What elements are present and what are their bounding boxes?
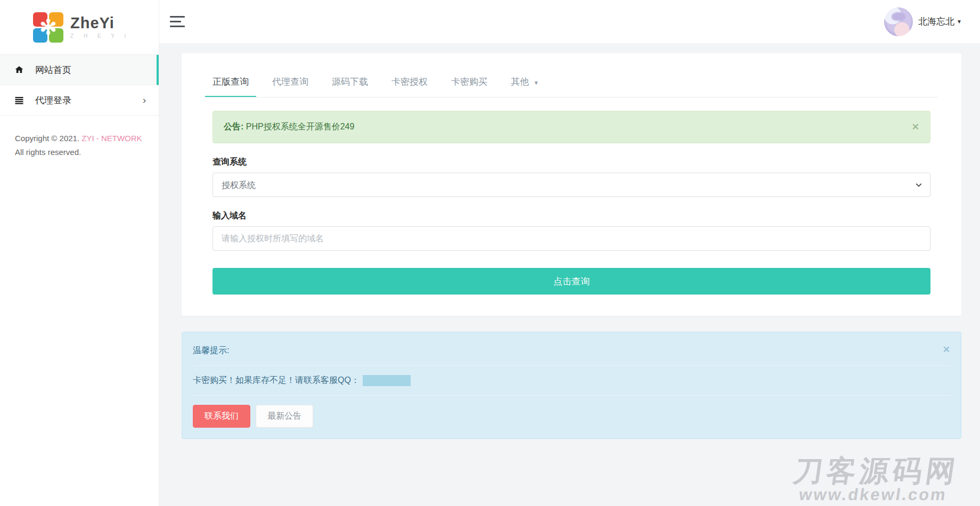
announcement-prefix: 公告: bbox=[224, 122, 243, 131]
brand-name: ZheYi bbox=[70, 15, 130, 31]
watermark: 刀客源码网 www.dkewl.com bbox=[789, 456, 961, 504]
divider bbox=[193, 365, 950, 366]
system-select-label: 查询系统 bbox=[213, 157, 930, 168]
tab-card-purchase[interactable]: 卡密购买 bbox=[444, 68, 495, 97]
star-icon: ✻ bbox=[33, 12, 63, 43]
sidebar-item-home[interactable]: 网站首页 bbox=[0, 55, 159, 85]
caret-down-icon: ▼ bbox=[957, 19, 962, 25]
notice-actions: 联系我们 最新公告 bbox=[193, 405, 950, 428]
sidebar-item-label: 代理登录 bbox=[35, 94, 71, 107]
sidebar-item-label: 网站首页 bbox=[35, 64, 71, 76]
sidebar: ✻ ZheYi Z H E Y I 网站首页 bbox=[0, 0, 159, 506]
menu-toggle-button[interactable] bbox=[170, 16, 186, 27]
sidebar-menu: 网站首页 代理登录 › bbox=[0, 54, 159, 116]
notice-body: 卡密购买！如果库存不足！请联系客服QQ： bbox=[193, 375, 950, 386]
tab-genuine-query[interactable]: 正版查询 bbox=[205, 68, 256, 97]
right-column: 北海忘北 ▼ 正版查询 代理查询 源码下载 卡密授权 卡密购买 其他 ▼ 公告:… bbox=[159, 0, 980, 506]
copyright-prefix: Copyright © 2021. bbox=[15, 134, 81, 143]
logo[interactable]: ✻ ZheYi Z H E Y I bbox=[0, 0, 159, 54]
system-select[interactable]: 授权系统 bbox=[213, 173, 930, 197]
caret-down-icon: ▼ bbox=[534, 80, 539, 86]
chevron-right-icon: › bbox=[143, 95, 146, 105]
hamburger-icon bbox=[170, 16, 185, 18]
notice-title: 温馨提示: bbox=[193, 345, 229, 356]
app-root: ✻ ZheYi Z H E Y I 网站首页 bbox=[0, 0, 980, 506]
qq-number-redacted bbox=[363, 375, 411, 386]
user-menu[interactable]: 北海忘北 ▼ bbox=[884, 7, 962, 36]
contact-us-button[interactable]: 联系我们 bbox=[193, 405, 250, 428]
sidebar-item-agent-login[interactable]: 代理登录 › bbox=[0, 85, 159, 116]
brand-logo-icon: ✻ bbox=[33, 12, 63, 43]
tab-source-download[interactable]: 源码下载 bbox=[324, 68, 375, 97]
system-select-wrap: 授权系统 bbox=[213, 173, 930, 197]
divider bbox=[193, 395, 950, 396]
announcement-alert: 公告: PHP授权系统全开源售价249 ✕ bbox=[213, 111, 930, 143]
copyright-link[interactable]: ZYI - NETWORK bbox=[81, 134, 142, 143]
copyright-suffix: All rights reserved. bbox=[15, 148, 81, 157]
tab-card-authorize[interactable]: 卡密授权 bbox=[384, 68, 435, 97]
watermark-url: www.dkewl.com bbox=[789, 486, 957, 504]
avatar bbox=[884, 7, 913, 36]
notice-close-button[interactable]: ✕ bbox=[943, 345, 950, 354]
username: 北海忘北 bbox=[918, 15, 954, 28]
list-icon bbox=[14, 95, 24, 105]
tab-other[interactable]: 其他 ▼ bbox=[503, 68, 546, 97]
watermark-title: 刀客源码网 bbox=[792, 456, 961, 486]
brand-subtext: Z H E Y I bbox=[70, 33, 130, 39]
latest-news-button[interactable]: 最新公告 bbox=[256, 405, 313, 428]
query-card: 正版查询 代理查询 源码下载 卡密授权 卡密购买 其他 ▼ 公告: PHP授权系… bbox=[182, 53, 961, 316]
tab-bar: 正版查询 代理查询 源码下载 卡密授权 卡密购买 其他 ▼ bbox=[205, 68, 938, 97]
notice-panel: 温馨提示: ✕ 卡密购买！如果库存不足！请联系客服QQ： 联系我们 最新公告 bbox=[182, 332, 961, 439]
domain-input-label: 输入域名 bbox=[213, 210, 930, 222]
alert-close-button[interactable]: ✕ bbox=[912, 123, 919, 132]
main-content: 正版查询 代理查询 源码下载 卡密授权 卡密购买 其他 ▼ 公告: PHP授权系… bbox=[159, 44, 980, 506]
home-icon bbox=[14, 65, 24, 75]
announcement-text: 公告: PHP授权系统全开源售价249 bbox=[224, 121, 354, 133]
header: 北海忘北 ▼ bbox=[159, 0, 980, 44]
submit-query-button[interactable]: 点击查询 bbox=[213, 268, 930, 295]
domain-input[interactable] bbox=[213, 226, 930, 251]
brand-text: ZheYi Z H E Y I bbox=[70, 15, 130, 39]
tab-agent-query[interactable]: 代理查询 bbox=[265, 68, 316, 97]
copyright: Copyright © 2021. ZYI - NETWORK All righ… bbox=[0, 116, 159, 176]
